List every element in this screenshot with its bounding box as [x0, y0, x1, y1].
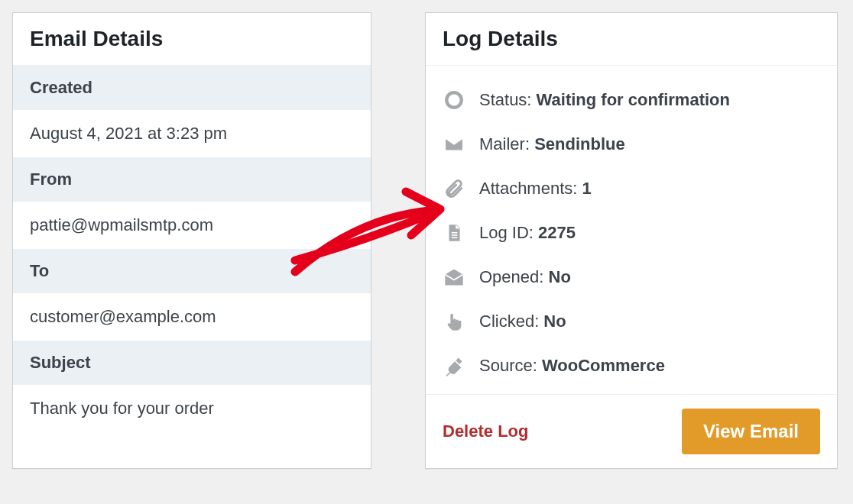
hand-pointer-icon — [443, 310, 465, 333]
log-item-attachments: Attachments: 1 — [443, 166, 820, 211]
envelope-icon — [443, 133, 465, 156]
log-item-mailer: Mailer: Sendinblue — [443, 122, 820, 166]
email-details-title: Email Details — [13, 13, 371, 66]
status-label: Status: — [479, 90, 537, 109]
source-value: WooCommerce — [542, 356, 665, 375]
log-item-status: Status: Waiting for confirmation — [443, 78, 820, 122]
attachments-value: 1 — [582, 179, 592, 198]
svg-rect-1 — [452, 232, 458, 234]
svg-point-0 — [446, 92, 462, 108]
paperclip-icon — [443, 177, 465, 200]
mailer-value: Sendinblue — [534, 134, 625, 153]
to-label: To — [13, 249, 371, 293]
delete-log-link[interactable]: Delete Log — [443, 422, 528, 441]
log-item-source: Source: WooCommerce — [443, 344, 820, 388]
clicked-label: Clicked: — [479, 312, 543, 331]
created-label: Created — [13, 66, 371, 110]
view-email-button[interactable]: View Email — [682, 409, 820, 454]
attachments-label: Attachments: — [479, 179, 582, 198]
log-details-title: Log Details — [426, 13, 837, 66]
mailer-label: Mailer: — [479, 134, 534, 153]
file-icon — [443, 221, 465, 244]
opened-label: Opened: — [479, 267, 549, 286]
from-value: pattie@wpmailsmtp.com — [13, 202, 371, 249]
to-value: customer@example.com — [13, 293, 371, 341]
svg-rect-3 — [452, 237, 458, 238]
plug-icon — [443, 354, 465, 377]
subject-label: Subject — [13, 341, 371, 385]
circle-icon — [443, 89, 465, 111]
logid-label: Log ID: — [479, 223, 538, 242]
log-item-logid: Log ID: 2275 — [443, 211, 820, 255]
status-value: Waiting for confirmation — [537, 90, 730, 109]
log-details-panel: Log Details Status: Waiting for confirma… — [425, 12, 838, 469]
from-label: From — [13, 157, 371, 202]
source-label: Source: — [479, 356, 542, 375]
created-value: August 4, 2021 at 3:23 pm — [13, 110, 371, 157]
logid-value: 2275 — [538, 223, 576, 242]
svg-rect-2 — [452, 234, 458, 236]
subject-value: Thank you for your order — [13, 385, 371, 432]
log-item-opened: Opened: No — [443, 255, 820, 299]
email-details-panel: Email Details Created August 4, 2021 at … — [12, 12, 371, 469]
envelope-open-icon — [443, 266, 465, 289]
log-item-clicked: Clicked: No — [443, 299, 820, 344]
clicked-value: No — [543, 312, 566, 331]
opened-value: No — [549, 267, 571, 286]
